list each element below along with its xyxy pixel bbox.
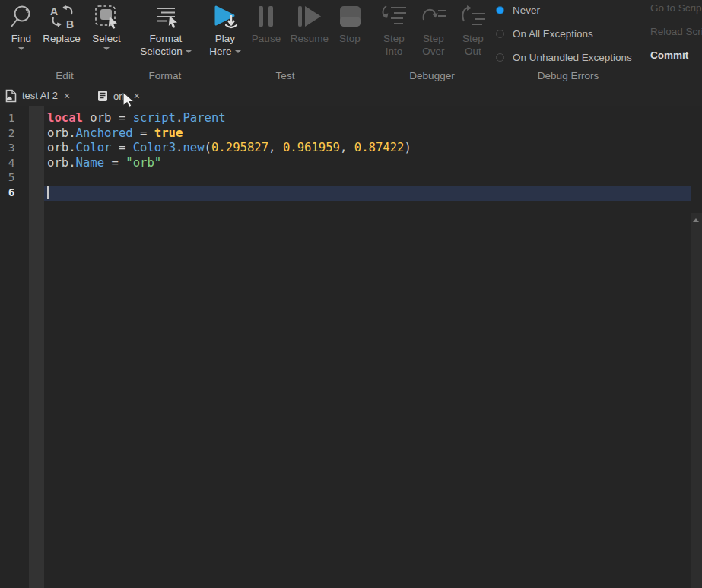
line-number: 2 bbox=[0, 126, 23, 141]
close-icon[interactable]: × bbox=[134, 91, 140, 101]
radio-label: On Unhandled Exceptions bbox=[513, 52, 632, 63]
code-token: . bbox=[176, 141, 183, 154]
code-token: "orb" bbox=[125, 156, 161, 170]
replace-icon: A B bbox=[48, 2, 75, 32]
group-label-test: Test bbox=[276, 70, 295, 81]
select-marquee-icon bbox=[94, 2, 119, 32]
step-into-label-2: Into bbox=[386, 45, 403, 58]
magnifier-icon bbox=[8, 2, 34, 32]
reload-scri-button: Reload Scri bbox=[650, 26, 702, 37]
group-label-format: Format bbox=[149, 70, 182, 81]
step-into-icon bbox=[380, 2, 408, 32]
play-here-button[interactable]: Play Here bbox=[202, 2, 248, 58]
code-line[interactable]: orb.Color = Color3.new(0.295827, 0.96195… bbox=[47, 141, 690, 156]
chevron-down-icon bbox=[18, 47, 24, 50]
tab-orb[interactable]: orb × bbox=[91, 85, 157, 106]
code-token: script bbox=[133, 111, 176, 125]
code-token: local bbox=[47, 111, 83, 125]
line-number: 5 bbox=[0, 170, 23, 186]
breakpoint-gutter[interactable] bbox=[29, 106, 44, 588]
radio-label: Never bbox=[513, 5, 540, 16]
code-token: = bbox=[104, 156, 125, 170]
code-token: , bbox=[268, 141, 283, 154]
format-selection-button[interactable]: Format Selection bbox=[135, 2, 196, 58]
code-token: . bbox=[176, 111, 183, 125]
code-token: ) bbox=[404, 141, 411, 154]
line-number: 6 bbox=[0, 186, 23, 201]
select-button[interactable]: Select bbox=[87, 2, 126, 50]
ribbon-toolbar: Find A B Replace Select bbox=[0, 0, 702, 85]
code-editor[interactable]: 123456 local orb = script.Parentorb.Anch… bbox=[0, 106, 702, 588]
find-label: Find bbox=[11, 32, 31, 45]
code-token: true bbox=[154, 126, 183, 140]
code-token: orb bbox=[47, 126, 68, 140]
code-token: Color bbox=[76, 141, 112, 154]
code-token: orb bbox=[47, 141, 68, 154]
svg-text:B: B bbox=[66, 18, 74, 30]
code-token: 0.295827 bbox=[211, 141, 268, 154]
group-label-edit: Edit bbox=[56, 70, 73, 81]
step-out-label-1: Step bbox=[462, 32, 484, 45]
tab-label: test AI 2 bbox=[22, 90, 58, 101]
format-selection-icon bbox=[152, 2, 179, 32]
tab-test-ai-2[interactable]: test AI 2 × bbox=[0, 85, 89, 106]
step-into-label-1: Step bbox=[383, 32, 405, 45]
commit-button[interactable]: Commit bbox=[650, 49, 688, 61]
radio-option[interactable]: On All Exceptions bbox=[496, 26, 593, 41]
format-selection-label-1: Format bbox=[150, 32, 183, 45]
replace-button[interactable]: A B Replace bbox=[38, 2, 85, 45]
radio-option[interactable]: On Unhandled Exceptions bbox=[496, 49, 632, 65]
stop-label: Stop bbox=[339, 32, 361, 45]
code-token: Parent bbox=[183, 111, 225, 125]
radio-circle-icon[interactable] bbox=[496, 30, 504, 38]
find-button[interactable]: Find bbox=[5, 2, 37, 50]
code-line[interactable]: local orb = script.Parent bbox=[47, 111, 690, 126]
chevron-down-icon bbox=[235, 50, 241, 53]
code-token: orb = bbox=[83, 111, 133, 125]
code-token: 0.87422 bbox=[354, 141, 405, 154]
code-token: Anchored bbox=[76, 126, 133, 140]
pause-button: Pause bbox=[246, 2, 286, 45]
radio-option[interactable]: Never bbox=[496, 2, 540, 17]
script-tab-bar: test AI 2 × orb × bbox=[0, 85, 702, 106]
stop-icon bbox=[337, 2, 363, 32]
code-token: Name bbox=[76, 156, 105, 170]
script-icon bbox=[97, 90, 108, 102]
line-number: 1 bbox=[0, 111, 23, 126]
resume-button: Resume bbox=[286, 2, 333, 45]
step-out-button: Step Out bbox=[453, 2, 493, 58]
chevron-down-icon bbox=[186, 50, 192, 53]
code-line[interactable] bbox=[47, 170, 690, 186]
tab-label: orb bbox=[113, 91, 128, 102]
code-line[interactable]: orb.Anchored = true bbox=[47, 126, 690, 141]
radio-circle-icon[interactable] bbox=[496, 6, 504, 14]
step-over-label-2: Over bbox=[422, 45, 444, 58]
vertical-scrollbar[interactable] bbox=[691, 213, 702, 588]
radio-circle-icon[interactable] bbox=[496, 53, 504, 62]
replace-label: Replace bbox=[43, 32, 81, 45]
code-line[interactable]: orb.Name = "orb" bbox=[47, 156, 690, 171]
scroll-up-icon[interactable] bbox=[693, 218, 699, 222]
code-token: . bbox=[68, 126, 75, 140]
step-into-button: Step Into bbox=[374, 2, 414, 58]
code-token: orb bbox=[47, 156, 68, 170]
group-label-debug-errors: Debug Errors bbox=[538, 70, 599, 81]
radio-label: On All Exceptions bbox=[513, 28, 593, 40]
code-line[interactable] bbox=[47, 186, 690, 201]
code-lines[interactable]: local orb = script.Parentorb.Anchored = … bbox=[47, 111, 690, 200]
resume-label: Resume bbox=[291, 32, 329, 45]
play-here-label-1: Play bbox=[215, 32, 235, 45]
line-numbers: 123456 bbox=[0, 111, 23, 200]
code-token: . bbox=[68, 156, 75, 170]
code-token: new bbox=[183, 141, 204, 154]
code-token: = bbox=[112, 141, 133, 154]
stop-button: Stop bbox=[330, 2, 370, 45]
chevron-down-icon bbox=[103, 47, 110, 50]
step-over-button: Step Over bbox=[414, 2, 453, 58]
go-to-scrip-button: Go to Scrip bbox=[650, 2, 702, 14]
close-icon[interactable]: × bbox=[64, 91, 70, 101]
step-out-label-2: Out bbox=[465, 45, 481, 58]
pause-icon bbox=[254, 2, 278, 32]
group-label-debugger: Debugger bbox=[409, 70, 454, 81]
step-out-icon bbox=[459, 2, 487, 32]
